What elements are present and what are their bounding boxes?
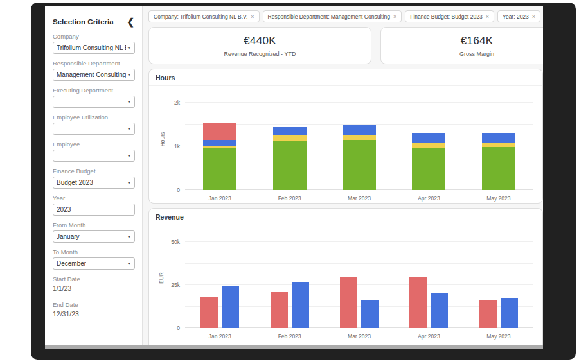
chip-remove-icon[interactable]: × [532,13,535,20]
employee-utilization-select[interactable]: ▼ [53,123,135,135]
kpi-value: €440K [244,35,276,48]
x-tick-label: Mar 2023 [325,195,394,202]
selection-criteria-sidebar: Selection Criteria ❮ CompanyTrifolium Co… [45,6,143,345]
x-tick-label: Apr 2023 [394,195,463,202]
x-tick-label: May 2023 [464,195,533,202]
to-month-select[interactable]: December▼ [53,257,135,270]
bar-segment-green [273,141,307,190]
filter-chip: Responsible Department: Management Consu… [263,10,402,22]
hours-stacked-bar-chart: 01k2k3k4k [185,103,533,190]
x-tick-label: Feb 2023 [254,195,324,202]
end-date-value: 12/31/23 [53,310,134,318]
selected-value: Trifolium Consulting NL B.V. [57,44,126,51]
x-tick-label: Jan 2023 [185,195,254,202]
dropdown-caret-icon: ▼ [127,261,131,266]
field-label: Employee [53,141,134,148]
selected-value: Budget 2023 [57,179,93,186]
chip-remove-icon[interactable]: × [486,13,489,20]
selected-value: December [57,260,86,267]
revenue-x-axis-labels: Jan 2023Feb 2023Mar 2023Apr 2023May 2023 [185,333,533,340]
bar-blue [361,300,379,328]
sidebar-header: Selection Criteria ❮ [53,12,134,26]
selected-value: Management Consulting [57,71,126,78]
page: Selection Criteria ❮ CompanyTrifolium Co… [0,0,588,364]
revenue-y-axis-label: EUR [158,272,165,284]
filter-chips-row: Company: Trifolium Consulting NL B.V.×Re… [148,10,543,22]
chip-remove-icon[interactable]: × [251,13,254,20]
bar-group-feb-2023 [254,242,324,328]
field-start-date: Start Date1/1/23 [53,275,134,292]
start-date-value: 1/1/23 [53,284,134,292]
y-tick-label: 0 [177,325,180,331]
field-to-month: To MonthDecember▼ [53,248,134,270]
stacked-bar [482,133,515,190]
chip-label: Responsible Department: Management Consu… [268,13,390,20]
bar-group-jan-2023 [185,103,254,190]
kpi-row: €440K Revenue Recognized - YTD €164K Gro… [148,27,543,64]
bar-segment-blue [412,133,445,143]
company-select[interactable]: Trifolium Consulting NL B.V.▼ [53,42,135,54]
sidebar-title: Selection Criteria [53,18,114,26]
chip-remove-icon[interactable]: × [393,13,396,20]
stacked-bar [343,125,376,190]
bar-group-may-2023 [464,103,533,190]
bar-segment-yellow [343,135,376,140]
field-label: Employee Utilization [53,114,134,121]
bar-segment-green [412,148,445,190]
kpi-label: Revenue Recognized - YTD [224,51,296,57]
x-tick-label: Apr 2023 [394,333,463,340]
field-label: End Date [53,301,134,308]
chip-label: Finance Budget: Budget 2023 [410,13,482,20]
executing-department-select[interactable]: ▼ [53,96,135,108]
field-label: Start Date [53,275,134,282]
field-executing-department: Executing Department▼ [53,87,134,108]
chevron-left-icon[interactable]: ❮ [127,17,134,26]
bar-blue [431,293,448,328]
chip-label: Year: 2023 [503,13,529,20]
hours-x-axis-labels: Jan 2023Feb 2023Mar 2023Apr 2023May 2023 [185,195,533,202]
bar-segment-yellow [273,135,307,142]
finance-budget-select[interactable]: Budget 2023▼ [53,177,135,189]
kpi-card-gross-margin: €164K Gross Margin [380,27,543,64]
field-label: Finance Budget [53,168,134,175]
bar-group-apr-2023 [394,103,463,190]
bar-segment-red [203,123,236,140]
revenue-panel: Revenue EUR 025k50k75k100k Jan 2023Feb 2… [148,208,543,345]
bar-red [340,277,357,328]
revenue-panel-title: Revenue [149,209,542,225]
bar-pair [325,242,394,328]
bar-group-mar-2023 [325,103,394,190]
hours-panel: Hours Hours 01k2k3k4k Jan 2023Feb 2023Ma… [148,69,543,204]
revenue-chart-area: EUR 025k50k75k100k [149,225,542,331]
hours-panel-title: Hours [149,69,542,86]
dropdown-caret-icon: ▼ [127,46,131,50]
bar-blue [292,282,309,328]
stacked-bar [273,127,307,190]
bar-red [479,300,497,328]
field-employee: Employee▼ [53,141,134,162]
bar-segment-blue [343,125,376,135]
bar-pair [394,242,463,328]
kpi-value: €164K [461,35,494,48]
hours-y-axis-label: Hours [159,132,166,147]
bar-segment-green [343,140,376,190]
field-responsible-department: Responsible DepartmentManagement Consult… [53,60,134,81]
bar-blue [222,286,239,328]
kpi-card-revenue-recognized: €440K Revenue Recognized - YTD [148,27,371,64]
bar-segment-blue [203,140,236,146]
bar-segment-blue [273,127,307,135]
bar-segment-yellow [412,143,445,147]
employee-select[interactable]: ▼ [53,150,135,162]
stacked-bar [412,133,445,190]
field-company: CompanyTrifolium Consulting NL B.V.▼ [53,33,134,54]
bar-red [200,297,218,328]
responsible-department-select[interactable]: Management Consulting▼ [53,69,135,81]
year-input[interactable] [53,204,135,216]
y-tick-label: 0 [177,187,180,193]
dropdown-caret-icon: ▼ [127,73,131,77]
stacked-bar [203,123,236,190]
bar-pair [464,242,533,328]
bar-blue [501,298,518,328]
filter-chip: Company: Trifolium Consulting NL B.V.× [148,10,260,22]
from-month-select[interactable]: January▼ [53,230,135,243]
